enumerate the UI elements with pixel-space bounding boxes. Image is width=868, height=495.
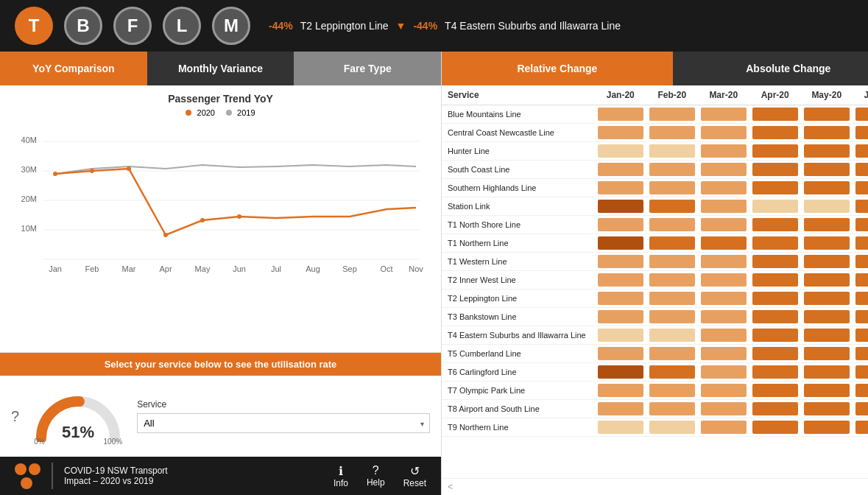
heat-cell bbox=[646, 161, 698, 179]
table-row: Hunter Line bbox=[442, 142, 868, 161]
logo-f[interactable]: F bbox=[113, 7, 152, 45]
footer-reset-button[interactable]: ↺ Reset bbox=[403, 464, 426, 488]
data-table[interactable]: Service Jan-20 Feb-20 Mar-20 Apr-20 May-… bbox=[442, 85, 868, 478]
tab-absolute-change[interactable]: Absolute Change bbox=[673, 52, 868, 85]
tab-yoy[interactable]: YoY Comparison bbox=[0, 52, 147, 85]
heat-block bbox=[701, 126, 747, 139]
heat-cell bbox=[646, 400, 698, 418]
heat-block bbox=[701, 329, 747, 342]
heat-block bbox=[855, 292, 868, 305]
tab-bar: YoY Comparison Monthly Variance Fare Typ… bbox=[0, 52, 441, 85]
cell-service: T1 Northern Line bbox=[442, 234, 595, 253]
heat-block bbox=[598, 421, 643, 434]
left-panel: YoY Comparison Monthly Variance Fare Typ… bbox=[0, 52, 442, 495]
cell-service: T4 Eastern Suburbs and Illawarra Line bbox=[442, 326, 595, 345]
heat-cell bbox=[801, 216, 853, 234]
heat-block bbox=[804, 421, 850, 434]
heat-cell bbox=[595, 418, 646, 437]
service-label: Service bbox=[137, 399, 430, 410]
heat-table: Service Jan-20 Feb-20 Mar-20 Apr-20 May-… bbox=[442, 85, 868, 437]
heat-cell bbox=[853, 142, 868, 161]
tab-relative-change[interactable]: Relative Change bbox=[442, 52, 673, 85]
heat-cell bbox=[646, 308, 698, 326]
heat-cell bbox=[801, 234, 853, 253]
heat-cell bbox=[749, 105, 801, 124]
logo-t[interactable]: T bbox=[15, 7, 53, 45]
cell-service: T2 Inner West Line bbox=[442, 271, 595, 289]
heat-block bbox=[855, 273, 868, 287]
footer-logo-circle-3 bbox=[21, 477, 32, 489]
heat-cell bbox=[801, 382, 853, 400]
logo-l[interactable]: L bbox=[163, 7, 201, 45]
heat-block bbox=[649, 421, 695, 434]
heat-block bbox=[804, 384, 850, 397]
heat-cell bbox=[801, 308, 853, 326]
footer-info-button[interactable]: ℹ Info bbox=[334, 464, 348, 488]
heat-block bbox=[598, 144, 643, 158]
header-pct2: -44% bbox=[413, 20, 437, 32]
table-row: T1 Northern Line bbox=[442, 234, 868, 253]
heat-block bbox=[855, 365, 868, 379]
x-label-sep: Sep bbox=[342, 264, 357, 273]
x-label-apr: Apr bbox=[159, 264, 172, 273]
heat-cell bbox=[595, 382, 646, 400]
heat-block bbox=[598, 273, 643, 287]
col-jun20: Jun-20 bbox=[853, 85, 868, 105]
heat-block bbox=[598, 236, 643, 250]
table-row: T9 Northern Line bbox=[442, 418, 868, 437]
table-row: Blue Mountains Line bbox=[442, 105, 868, 124]
heat-block bbox=[649, 236, 695, 250]
footer-help-label: Help bbox=[367, 477, 385, 488]
heat-block bbox=[855, 310, 868, 323]
footer-reset-label: Reset bbox=[403, 478, 426, 488]
footer-info-label: Info bbox=[334, 478, 348, 488]
heat-block bbox=[804, 218, 850, 231]
heat-cell bbox=[749, 400, 801, 418]
heat-cell bbox=[801, 197, 853, 216]
x-label-nov: Nov bbox=[409, 264, 423, 273]
logo-m[interactable]: M bbox=[212, 7, 250, 45]
heat-cell bbox=[801, 161, 853, 179]
heat-cell bbox=[749, 124, 801, 142]
heat-block bbox=[649, 144, 695, 158]
heat-block bbox=[752, 126, 798, 139]
main-content: YoY Comparison Monthly Variance Fare Typ… bbox=[0, 52, 868, 495]
service-select[interactable]: All bbox=[137, 413, 430, 433]
heat-cell bbox=[595, 253, 646, 271]
heat-cell bbox=[749, 363, 801, 382]
heat-block bbox=[804, 329, 850, 342]
heat-cell bbox=[853, 179, 868, 197]
heat-block bbox=[701, 181, 747, 194]
heat-cell bbox=[646, 271, 698, 289]
table-row: T8 Airport and South Line bbox=[442, 400, 868, 418]
heat-block bbox=[649, 329, 695, 342]
heat-block bbox=[752, 310, 798, 323]
heat-cell bbox=[853, 271, 868, 289]
heat-cell bbox=[801, 179, 853, 197]
utilisation-header: Select your service below to see the uti… bbox=[0, 353, 441, 376]
heat-cell bbox=[801, 271, 853, 289]
table-row: T2 Inner West Line bbox=[442, 271, 868, 289]
heat-block bbox=[598, 181, 643, 194]
heat-cell bbox=[801, 142, 853, 161]
tab-fare[interactable]: Fare Type bbox=[294, 52, 441, 85]
heat-cell bbox=[749, 271, 801, 289]
legend-2020: 2020 bbox=[186, 108, 215, 117]
util-question-icon[interactable]: ? bbox=[11, 408, 19, 425]
cell-service: T1 Western Line bbox=[442, 253, 595, 271]
heat-block bbox=[598, 310, 643, 323]
heat-block bbox=[649, 181, 695, 194]
dot-2020-may bbox=[200, 218, 205, 222]
footer-help-button[interactable]: ? Help bbox=[367, 464, 385, 488]
heat-cell bbox=[749, 418, 801, 437]
heat-block bbox=[598, 347, 643, 360]
tab-monthly[interactable]: Monthly Variance bbox=[147, 52, 294, 85]
heat-block bbox=[752, 273, 798, 287]
logo-b[interactable]: B bbox=[64, 7, 102, 45]
heat-block bbox=[598, 108, 643, 121]
heat-block bbox=[752, 144, 798, 158]
line-2020 bbox=[55, 169, 416, 235]
heat-cell bbox=[853, 400, 868, 418]
cell-service: T2 Leppington Line bbox=[442, 289, 595, 308]
heat-cell bbox=[801, 124, 853, 142]
